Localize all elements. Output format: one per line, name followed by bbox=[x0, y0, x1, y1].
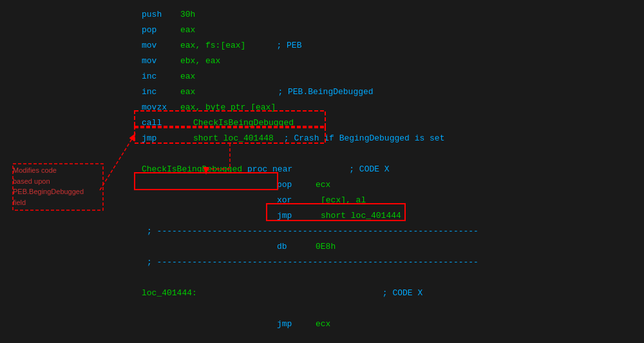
operand-mov2: ebx, eax bbox=[180, 56, 220, 66]
operand-call: CheckIsBeingDebugged bbox=[193, 118, 294, 128]
code-line-dash1: ; --------------------------------------… bbox=[0, 223, 644, 239]
operand-eax1: eax bbox=[180, 25, 195, 35]
operand-mov1: eax, fs:[eax] bbox=[180, 41, 245, 50]
code-line-empty3 bbox=[0, 300, 644, 316]
operand-movzx: eax, byte ptr [eax] bbox=[180, 103, 276, 112]
code-line-inc2: inc eax ; PEB.BeingDebugged bbox=[0, 84, 644, 99]
code-line-pop2: pop ecx bbox=[0, 177, 644, 192]
mnemonic-inc2: inc bbox=[142, 87, 180, 97]
operand-xor: [ecx], al bbox=[321, 195, 366, 205]
operand-0e8h: 0E8h bbox=[316, 242, 336, 251]
code-line-pop1: pop eax bbox=[0, 22, 644, 37]
comment-dash1: ; --------------------------------------… bbox=[147, 226, 478, 236]
mnemonic-db: db bbox=[277, 242, 316, 251]
code-line-loc401444: loc_401444: ; CODE X bbox=[0, 285, 644, 300]
mnemonic-movzx: movzx bbox=[142, 103, 180, 112]
operand-inc1: eax bbox=[180, 72, 195, 81]
operand-ecx1: ecx bbox=[316, 180, 330, 190]
operand-ecx2: ecx bbox=[316, 319, 330, 329]
operand-jmp1: short loc_401448 bbox=[193, 133, 274, 143]
code-line-dash2: ; --------------------------------------… bbox=[0, 254, 644, 270]
comment-dash2: ; --------------------------------------… bbox=[147, 257, 478, 267]
keyword-proc: proc near bbox=[247, 164, 292, 174]
comment-crash: ; Crash if BegingDebugged is set bbox=[284, 133, 445, 143]
code-line-jmp1: jmp short loc_401448 ; Crash if BegingDe… bbox=[0, 130, 644, 146]
mnemonic-jmp3: jmp bbox=[277, 319, 316, 329]
code-line-mov2: mov ebx, eax bbox=[0, 53, 644, 68]
mnemonic-push: push bbox=[142, 10, 180, 19]
comment-peb: ; PEB bbox=[276, 41, 301, 50]
operand-inc2: eax bbox=[180, 87, 195, 97]
mnemonic-jmp1: jmp bbox=[142, 133, 180, 143]
mnemonic-pop2: pop bbox=[277, 180, 316, 190]
mnemonic-inc1: inc bbox=[142, 72, 180, 81]
operand-jmp2: short loc_401444 bbox=[321, 211, 401, 220]
code-line-inc1: inc eax bbox=[0, 68, 644, 84]
code-line-proc: CheckIsBeingDebugged proc near ; CODE X bbox=[0, 161, 644, 177]
mnemonic-mov2: mov bbox=[142, 56, 180, 66]
code-area: push 30h pop eax mov eax, fs:[eax] ; PEB… bbox=[0, 0, 644, 343]
code-line-call: call CheckIsBeingDebugged bbox=[0, 115, 644, 130]
mnemonic-pop1: pop bbox=[142, 25, 180, 35]
comment-code-x1: ; CODE X bbox=[349, 164, 389, 174]
operand-30h: 30h bbox=[180, 10, 195, 19]
code-line-empty1 bbox=[0, 146, 644, 161]
code-line-jmp3: jmp ecx bbox=[0, 316, 644, 331]
code-line-xor: xor [ecx], al bbox=[0, 192, 644, 208]
comment-peb-being-debugged: ; PEB.BeingDebugged bbox=[278, 87, 373, 97]
code-line-db: db 0E8h bbox=[0, 239, 644, 254]
annotation-text: Modifies codebased uponPEB.BegingDebugge… bbox=[13, 165, 84, 208]
code-line-push: push 30h bbox=[0, 6, 644, 22]
mnemonic-mov1: mov bbox=[142, 41, 180, 50]
label-checkisbeingdebugged: CheckIsBeingDebugged bbox=[142, 164, 242, 174]
code-line-movzx: movzx eax, byte ptr [eax] bbox=[0, 99, 644, 115]
mnemonic-xor: xor bbox=[277, 195, 316, 205]
mnemonic-jmp2: jmp bbox=[277, 211, 316, 220]
code-line-mov1: mov eax, fs:[eax] ; PEB bbox=[0, 37, 644, 53]
code-line-empty2 bbox=[0, 270, 644, 285]
code-line-jmp2: jmp short loc_401444 bbox=[0, 208, 644, 223]
label-loc401444: loc_401444: bbox=[142, 288, 197, 298]
mnemonic-call: call bbox=[142, 118, 180, 128]
comment-code-x2: ; CODE X bbox=[383, 288, 422, 298]
